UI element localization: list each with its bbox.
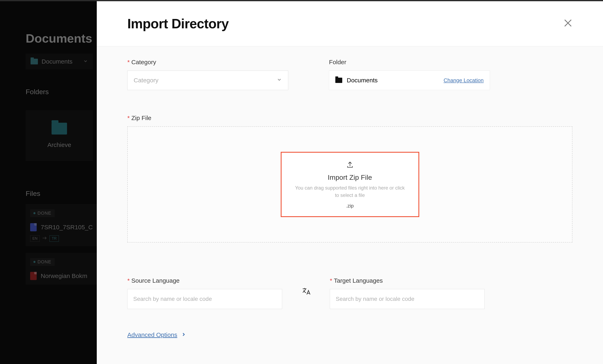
folder-location-box: Documents Change Location [329, 70, 490, 90]
target-languages-input-wrap [330, 289, 485, 309]
target-languages-label: * Target Languages [330, 277, 485, 284]
dropzone-extension: .zip [346, 203, 354, 209]
zip-file-field: * Zip File Import Zip File You can drag … [127, 115, 572, 243]
modal-title: Import Directory [127, 16, 229, 31]
advanced-options-row: Advanced Options [127, 331, 572, 338]
dropzone-title: Import Zip File [328, 174, 372, 181]
source-language-input-wrap [127, 289, 282, 309]
label-text: Source Language [131, 277, 180, 284]
category-select[interactable]: Category [127, 70, 288, 90]
required-marker: * [127, 115, 130, 121]
modal-body: * Category Category Folder Documents [97, 47, 603, 364]
dropzone-subtitle: You can drag supported files right into … [295, 184, 405, 199]
target-languages-field: * Target Languages [330, 277, 485, 309]
folder-label: Folder [329, 59, 490, 66]
import-directory-modal: Import Directory * Category Category [97, 1, 603, 364]
category-label: * Category [127, 59, 288, 66]
zip-label: * Zip File [127, 115, 572, 121]
category-field: * Category Category [127, 59, 288, 90]
label-text: Zip File [131, 115, 151, 121]
label-text: Category [131, 59, 156, 66]
folder-value: Documents [347, 77, 378, 84]
chevron-down-icon [277, 77, 282, 84]
source-language-field: * Source Language [127, 277, 282, 309]
chevron-right-icon [181, 332, 186, 338]
modal-backdrop [0, 1, 97, 364]
language-fields-row: * Source Language * Target Languages [127, 277, 572, 309]
required-marker: * [127, 277, 130, 284]
translate-icon [301, 287, 312, 299]
source-language-input[interactable] [133, 296, 276, 302]
close-button[interactable] [564, 18, 572, 29]
source-language-label: * Source Language [127, 277, 282, 284]
advanced-options-link[interactable]: Advanced Options [127, 331, 177, 338]
folder-icon [335, 78, 342, 83]
select-placeholder: Category [134, 77, 159, 84]
zip-dropzone[interactable]: Import Zip File You can drag supported f… [127, 126, 572, 243]
label-text: Target Languages [334, 277, 383, 284]
required-marker: * [127, 59, 130, 66]
target-languages-input[interactable] [336, 296, 479, 302]
required-marker: * [330, 277, 332, 284]
modal-header: Import Directory [97, 1, 603, 47]
folder-field: Folder Documents Change Location [329, 59, 490, 90]
upload-icon [346, 160, 354, 169]
change-location-link[interactable]: Change Location [443, 77, 484, 83]
top-fields-row: * Category Category Folder Documents [127, 59, 572, 90]
label-text: Folder [329, 59, 346, 66]
dropzone-highlight: Import Zip File You can drag supported f… [281, 152, 419, 217]
